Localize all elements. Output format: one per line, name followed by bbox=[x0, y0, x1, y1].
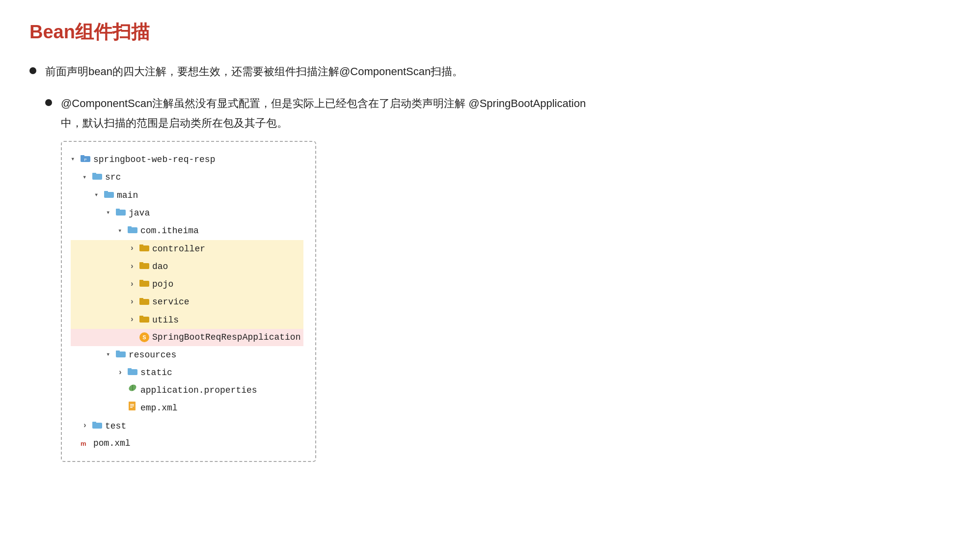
svg-rect-12 bbox=[139, 244, 143, 246]
bullet-dot-1 bbox=[29, 67, 36, 74]
folder-icon bbox=[139, 276, 149, 292]
file-tree: ▾ P springboot-web-req-resp▾ src▾ main▾ … bbox=[61, 141, 316, 462]
tree-label: controller bbox=[152, 242, 205, 257]
tree-row: ▾ resources bbox=[71, 346, 303, 364]
tree-label: src bbox=[105, 170, 121, 185]
tree-row: application.properties bbox=[71, 381, 303, 399]
folder-icon bbox=[92, 169, 102, 185]
tree-label: SpringBootReqRespApplication bbox=[152, 330, 300, 345]
chevron-right-icon: › bbox=[130, 278, 137, 291]
tree-label: emp.xml bbox=[140, 401, 178, 416]
folder-icon bbox=[116, 205, 126, 221]
svg-rect-29 bbox=[130, 406, 134, 406]
chevron-right-icon: › bbox=[130, 242, 137, 255]
tree-row: ▾ java bbox=[71, 204, 303, 222]
tree-row: ▾ P springboot-web-req-resp bbox=[71, 151, 303, 168]
tree-row: › service bbox=[71, 294, 303, 311]
svg-rect-22 bbox=[116, 351, 120, 352]
folder-icon bbox=[128, 223, 137, 239]
chevron-right-icon: › bbox=[82, 419, 90, 433]
svg-rect-30 bbox=[130, 407, 133, 408]
tree-row: › utils bbox=[71, 311, 303, 329]
bullet-text-1: 前面声明bean的四大注解，要想生效，还需要被组件扫描注解@ComponentS… bbox=[45, 62, 951, 81]
tree-label: main bbox=[117, 188, 138, 203]
folder-icon bbox=[104, 188, 114, 203]
folder-icon bbox=[128, 365, 137, 380]
bullet-item-2: @ComponentScan注解虽然没有显式配置，但是实际上已经包含在了启动类声… bbox=[29, 94, 951, 461]
folder-icon bbox=[139, 241, 149, 257]
svg-rect-18 bbox=[139, 298, 143, 300]
chevron-down-icon: ▾ bbox=[71, 154, 79, 165]
tree-label: application.properties bbox=[140, 383, 257, 398]
leaf-icon bbox=[128, 382, 137, 398]
tree-row: mpom.xml bbox=[71, 435, 303, 452]
chevron-right-icon: › bbox=[118, 366, 126, 379]
tree-label: dao bbox=[152, 259, 168, 274]
svg-rect-8 bbox=[116, 209, 120, 211]
chevron-down-icon: ▾ bbox=[106, 349, 114, 361]
tree-row: ▾ main bbox=[71, 187, 303, 204]
svg-text:P: P bbox=[84, 158, 86, 162]
chevron-right-icon: › bbox=[130, 296, 137, 309]
bullet-text-2a: @ComponentScan注解虽然没有显式配置，但是实际上已经包含在了启动类声… bbox=[61, 94, 586, 112]
folder-icon bbox=[116, 347, 126, 363]
svg-rect-10 bbox=[128, 226, 132, 228]
project-icon: P bbox=[81, 152, 90, 167]
tree-row: ▾ com.itheima bbox=[71, 222, 303, 240]
bullet-dot-2 bbox=[45, 99, 52, 106]
tree-row: › test bbox=[71, 417, 303, 435]
bullet-item-1: 前面声明bean的四大注解，要想生效，还需要被组件扫描注解@ComponentS… bbox=[29, 62, 951, 81]
tree-row: SSpringBootReqRespApplication bbox=[71, 329, 303, 346]
tree-row: › controller bbox=[71, 240, 303, 258]
tree-label: resources bbox=[129, 348, 176, 363]
tree-label: java bbox=[129, 206, 150, 221]
bullet-text-2b: 中，默认扫描的范围是启动类所在包及其子包。 bbox=[61, 117, 288, 129]
svg-rect-4 bbox=[92, 173, 96, 175]
tree-label: service bbox=[152, 295, 190, 310]
tree-label: utils bbox=[152, 313, 179, 328]
svg-rect-28 bbox=[130, 404, 134, 405]
chevron-down-icon: ▾ bbox=[106, 207, 114, 219]
svg-rect-16 bbox=[139, 280, 143, 282]
chevron-down-icon: ▾ bbox=[82, 172, 90, 184]
chevron-right-icon: › bbox=[130, 313, 137, 326]
svg-rect-32 bbox=[92, 422, 96, 424]
folder-icon bbox=[92, 418, 102, 434]
tree-label: pom.xml bbox=[93, 436, 131, 451]
page-title: Bean组件扫描 bbox=[29, 20, 951, 45]
tree-label: test bbox=[105, 419, 126, 434]
svg-rect-14 bbox=[139, 262, 143, 264]
chevron-down-icon: ▾ bbox=[118, 225, 126, 237]
tree-label: com.itheima bbox=[140, 223, 199, 239]
svg-rect-20 bbox=[139, 316, 143, 318]
tree-label: springboot-web-req-resp bbox=[93, 152, 215, 167]
tree-row: › dao bbox=[71, 258, 303, 275]
chevron-right-icon: › bbox=[130, 260, 137, 273]
folder-icon bbox=[139, 312, 149, 328]
tree-row: › pojo bbox=[71, 275, 303, 293]
tree-row: › static bbox=[71, 364, 303, 381]
tree-row: ▾ src bbox=[71, 168, 303, 186]
tree-label: pojo bbox=[152, 277, 173, 292]
bullet-list: 前面声明bean的四大注解，要想生效，还需要被组件扫描注解@ComponentS… bbox=[29, 62, 951, 462]
tree-label: static bbox=[140, 365, 172, 380]
svg-rect-24 bbox=[128, 368, 132, 370]
svg-rect-1 bbox=[81, 155, 84, 157]
xml-icon bbox=[128, 401, 137, 416]
chevron-down-icon: ▾ bbox=[94, 189, 102, 201]
folder-icon bbox=[139, 295, 149, 310]
tree-row: emp.xml bbox=[71, 400, 303, 417]
svg-rect-6 bbox=[104, 191, 108, 193]
folder-icon bbox=[139, 259, 149, 274]
